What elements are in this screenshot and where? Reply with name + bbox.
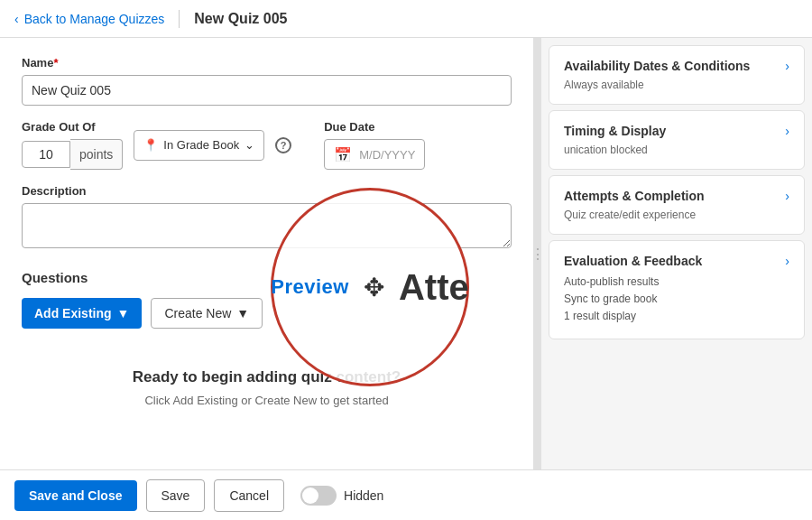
timing-chevron-icon: › [785, 124, 789, 138]
add-existing-chevron-icon: ▼ [117, 306, 130, 320]
footer: Save and Close Save Cancel Hidden [0, 469, 812, 520]
evaluation-card: Evaluation & Feedback › Auto-publish res… [549, 240, 805, 339]
grade-book-button[interactable]: 📍 In Grade Book ⌄ [134, 130, 264, 161]
name-input[interactable] [22, 75, 512, 106]
questions-heading: Questions [22, 270, 512, 285]
name-label: Name* [22, 56, 512, 70]
grade-field: points [22, 139, 123, 170]
questions-buttons: Add Existing ▼ Create New ▼ [22, 298, 512, 329]
attempts-subtitle: Quiz create/edit experience [564, 209, 789, 221]
due-date-placeholder: M/D/YYYY [359, 148, 415, 162]
description-label: Description [22, 184, 512, 198]
calendar-icon: 📅 [334, 146, 352, 163]
empty-state-heading: Ready to begin adding quiz content? [22, 368, 512, 386]
help-icon[interactable]: ? [275, 137, 291, 153]
resize-icon: ⋮ [531, 246, 545, 263]
description-textarea[interactable] [22, 203, 512, 248]
evaluation-item-2: Sync to grade book [564, 291, 789, 308]
description-section: Description [22, 184, 512, 252]
panel-divider[interactable]: ⋮ [534, 38, 541, 469]
grade-section: Grade Out Of points [22, 120, 123, 170]
chevron-down-icon: ⌄ [245, 138, 254, 152]
save-button[interactable]: Save [146, 479, 206, 512]
back-chevron-icon: ‹ [14, 12, 19, 26]
questions-section: Questions Add Existing ▼ Create New ▼ Re… [22, 270, 512, 425]
evaluation-chevron-icon: › [785, 254, 789, 268]
empty-state: Ready to begin adding quiz content? Clic… [22, 350, 512, 425]
create-new-button[interactable]: Create New ▼ [151, 298, 263, 329]
empty-state-text: Click Add Existing or Create New to get … [22, 394, 512, 407]
due-date-input[interactable]: 📅 M/D/YYYY [324, 139, 425, 170]
timing-title: Timing & Display [564, 124, 666, 138]
create-new-chevron-icon: ▼ [236, 306, 249, 320]
hidden-toggle[interactable] [300, 486, 337, 506]
pin-icon: 📍 [143, 138, 158, 152]
quiz-title: New Quiz 005 [194, 11, 287, 27]
attempts-card: Attempts & Completion › Quiz create/edit… [549, 175, 805, 235]
availability-title: Availability Dates & Conditions [564, 59, 750, 73]
evaluation-item-3: 1 result display [564, 308, 789, 325]
evaluation-title: Evaluation & Feedback [564, 254, 702, 268]
timing-card-header[interactable]: Timing & Display › [564, 124, 789, 138]
points-label: points [70, 139, 123, 170]
availability-chevron-icon: › [785, 59, 789, 73]
grade-due-row: Grade Out Of points 📍 In Grade Book ⌄ ? … [22, 120, 512, 170]
availability-subtitle: Always available [564, 79, 789, 91]
attempts-chevron-icon: › [785, 189, 789, 203]
grade-book-label: In Grade Book [163, 138, 239, 152]
evaluation-items: Auto-publish results Sync to grade book … [564, 274, 789, 326]
toggle-slider [300, 486, 337, 506]
attempts-title: Attempts & Completion [564, 189, 705, 203]
right-panel: Availability Dates & Conditions › Always… [541, 38, 812, 469]
availability-card-header[interactable]: Availability Dates & Conditions › [564, 59, 789, 73]
grade-input[interactable] [22, 141, 70, 168]
attempts-card-header[interactable]: Attempts & Completion › [564, 189, 789, 203]
hidden-toggle-container: Hidden [300, 486, 383, 506]
cancel-button[interactable]: Cancel [214, 479, 284, 512]
back-link-label: Back to Manage Quizzes [24, 12, 165, 26]
evaluation-card-header[interactable]: Evaluation & Feedback › [564, 254, 789, 268]
timing-subtitle: unication blocked [564, 144, 789, 156]
availability-card: Availability Dates & Conditions › Always… [549, 45, 805, 105]
create-new-label: Create New [164, 306, 231, 320]
back-link[interactable]: ‹ Back to Manage Quizzes [14, 12, 164, 26]
due-date-section: Due Date 📅 M/D/YYYY [324, 120, 425, 170]
nav-divider [179, 10, 180, 28]
due-date-label: Due Date [324, 120, 425, 134]
required-star: * [53, 56, 58, 70]
evaluation-item-1: Auto-publish results [564, 274, 789, 291]
grade-label: Grade Out Of [22, 120, 123, 134]
hidden-label: Hidden [344, 488, 383, 503]
add-existing-button[interactable]: Add Existing ▼ [22, 298, 142, 329]
left-panel: Name* Grade Out Of points 📍 In Grade Boo… [0, 38, 534, 469]
save-close-button[interactable]: Save and Close [14, 480, 137, 511]
main-container: Name* Grade Out Of points 📍 In Grade Boo… [0, 38, 812, 469]
top-nav: ‹ Back to Manage Quizzes New Quiz 005 [0, 0, 812, 38]
add-existing-label: Add Existing [34, 306, 112, 320]
timing-card: Timing & Display › unication blocked [549, 110, 805, 170]
